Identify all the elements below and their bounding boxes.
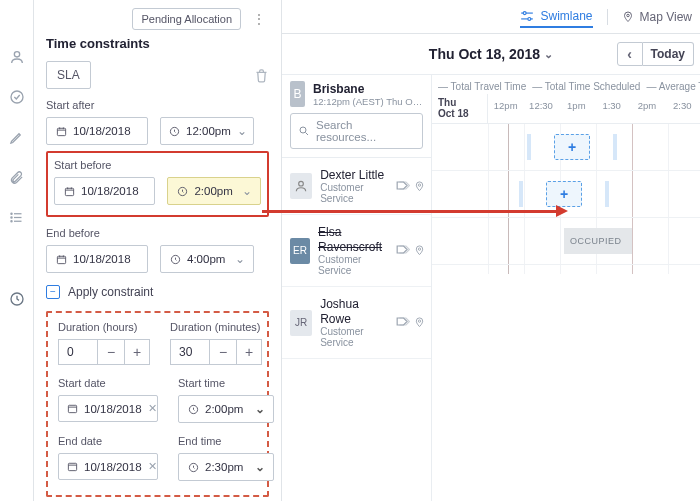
chevron-down-icon[interactable]: ⌄	[544, 48, 553, 61]
clock-icon	[187, 461, 199, 473]
timeline-tick: 1:30	[594, 94, 629, 123]
clock-icon	[187, 403, 199, 415]
svg-rect-9	[57, 128, 65, 135]
start-before-date-picker[interactable]: 10/18/2018	[54, 177, 155, 205]
apply-constraint-checkbox[interactable]: −	[46, 285, 60, 299]
timeline-row[interactable]: +	[432, 124, 700, 171]
clock-icon[interactable]	[8, 290, 26, 308]
constraints-title: Time constraints	[46, 36, 269, 51]
map-pin-icon	[414, 244, 425, 257]
duration-minutes-value[interactable]: 30	[170, 339, 210, 365]
end-before-label: End before	[46, 227, 269, 239]
plus-button[interactable]: +	[124, 339, 150, 365]
start-before-highlight: Start before 10/18/2018 2:00pm ⌄	[46, 151, 269, 217]
timeline-row[interactable]: +	[432, 171, 700, 218]
clear-icon[interactable]: ✕	[148, 402, 157, 415]
map-view-label: Map View	[640, 10, 692, 24]
duration-minutes-stepper[interactable]: 30 − +	[170, 339, 262, 365]
trash-icon[interactable]	[254, 68, 269, 83]
map-pin-icon	[622, 10, 634, 24]
start-time-value: 2:00pm	[205, 403, 243, 415]
svg-rect-14	[65, 188, 73, 195]
today-button[interactable]: Today	[643, 42, 694, 66]
chevron-down-icon: ⌄	[242, 184, 252, 198]
avatar: ER	[290, 238, 310, 264]
swimlane-label: Swimlane	[540, 9, 592, 23]
resource-role: Customer Service	[320, 182, 388, 204]
region-avatar: B	[290, 81, 305, 107]
slot-handle[interactable]	[605, 181, 609, 207]
avatar	[290, 173, 312, 199]
resource-row[interactable]: ERElsa RavenscroftCustomer Service	[282, 215, 431, 287]
check-circle-icon[interactable]	[8, 88, 26, 106]
resource-name: Joshua Rowe	[320, 297, 388, 326]
timeline-tick: 2pm	[629, 94, 664, 123]
calendar-icon	[63, 185, 75, 197]
swimlane-icon	[520, 10, 534, 22]
region-header[interactable]: B Brisbane 12:12pm (AEST) Thu Oct 18, 20…	[290, 81, 423, 107]
search-resources-input[interactable]: Search resources...	[290, 113, 423, 149]
start-after-time-picker[interactable]: 12:00pm ⌄	[160, 117, 254, 145]
attachment-icon[interactable]	[8, 168, 26, 186]
minus-button[interactable]: −	[210, 339, 236, 365]
map-view-tab[interactable]: Map View	[622, 10, 692, 24]
date-bar: Thu Oct 18, 2018 ⌄ ‹ Today	[282, 34, 700, 74]
add-slot-button[interactable]: +	[554, 134, 590, 160]
resource-row[interactable]: Dexter LittleCustomer Service	[282, 158, 431, 215]
divider	[607, 9, 608, 25]
end-date-label: End date	[58, 435, 158, 447]
svg-rect-27	[68, 463, 76, 470]
list-icon[interactable]	[8, 208, 26, 226]
start-before-time-picker[interactable]: 2:00pm ⌄	[167, 177, 261, 205]
start-before-label: Start before	[54, 159, 261, 171]
svg-point-7	[11, 220, 12, 221]
svg-point-5	[11, 213, 12, 214]
timeline-row[interactable]: OCCUPIED	[432, 218, 700, 265]
swimlane-view-tab[interactable]: Swimlane	[520, 9, 592, 28]
start-date-picker[interactable]: 10/18/2018 ✕	[58, 395, 158, 422]
calendar-icon	[67, 403, 78, 415]
pending-allocation-button[interactable]: Pending Allocation	[132, 8, 241, 30]
map-pin-icon	[414, 180, 425, 193]
end-time-picker[interactable]: 2:30pm ⌄	[178, 453, 274, 481]
add-slot-button[interactable]: +	[546, 181, 582, 207]
clock-icon	[169, 125, 180, 137]
svg-point-6	[11, 216, 12, 217]
current-date[interactable]: Thu Oct 18, 2018	[429, 46, 540, 62]
resource-role: Customer Service	[318, 254, 388, 276]
duration-hours-stepper[interactable]: 0 − +	[58, 339, 150, 365]
search-placeholder: Search resources...	[316, 119, 415, 143]
resource-name: Elsa Ravenscroft	[318, 225, 388, 254]
duration-hours-value[interactable]: 0	[58, 339, 98, 365]
slot-handle[interactable]	[613, 134, 617, 160]
meta-travel: Total Travel Time	[438, 81, 526, 92]
view-switcher: Swimlane Map View	[282, 0, 700, 34]
clear-icon[interactable]: ✕	[148, 460, 157, 473]
pencil-icon[interactable]	[8, 128, 26, 146]
calendar-icon	[55, 253, 67, 265]
tag-icon	[396, 180, 410, 193]
slot-handle[interactable]	[519, 181, 523, 207]
start-time-picker[interactable]: 2:00pm ⌄	[178, 395, 274, 423]
timeline-tick: 12pm	[488, 94, 523, 123]
start-before-date-value: 10/18/2018	[81, 185, 139, 197]
prev-day-button[interactable]: ‹	[617, 42, 643, 66]
end-date-picker[interactable]: 10/18/2018 ✕	[58, 453, 158, 480]
resource-name: Dexter Little	[320, 168, 388, 182]
meta-scheduled: Total Time Scheduled	[532, 81, 640, 92]
plus-button[interactable]: +	[236, 339, 262, 365]
tag-icon	[396, 316, 410, 329]
sla-chip[interactable]: SLA	[46, 61, 91, 89]
minus-button[interactable]: −	[98, 339, 124, 365]
clock-icon	[176, 185, 188, 197]
slot-handle[interactable]	[527, 134, 531, 160]
timeline-meta: Total Travel Time Total Time Scheduled A…	[432, 75, 700, 94]
timeline-day-header: Thu Oct 18	[432, 94, 488, 123]
resource-row[interactable]: JRJoshua RoweCustomer Service	[282, 287, 431, 359]
person-icon[interactable]	[8, 48, 26, 66]
start-after-date-picker[interactable]: 10/18/2018	[46, 117, 148, 145]
end-before-date-picker[interactable]: 10/18/2018	[46, 245, 148, 273]
end-time-value: 2:30pm	[205, 461, 243, 473]
more-menu-icon[interactable]: ⋮	[249, 12, 269, 26]
end-before-time-picker[interactable]: 4:00pm ⌄	[160, 245, 254, 273]
